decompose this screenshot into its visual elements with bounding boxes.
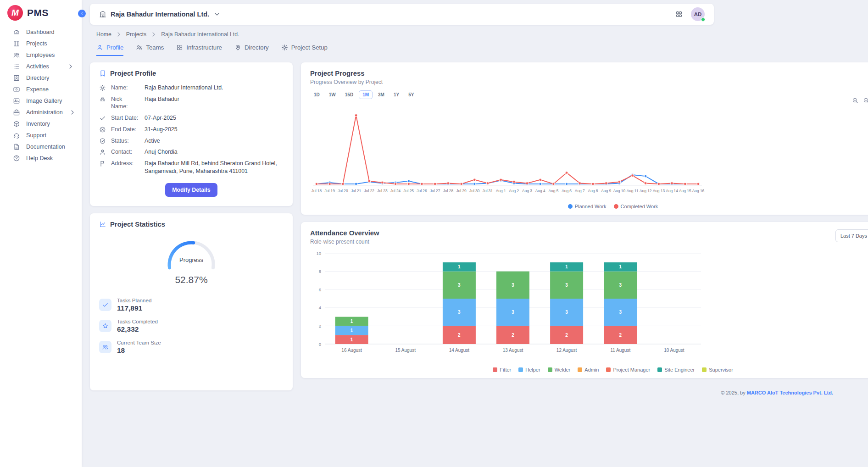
zoom-in-icon[interactable] xyxy=(852,97,859,104)
footer-text: © 2025, by xyxy=(721,390,746,395)
svg-text:0: 0 xyxy=(319,342,321,347)
breadcrumb-item-home[interactable]: Home xyxy=(96,31,111,38)
user-avatar[interactable]: AD xyxy=(691,7,705,21)
svg-text:3: 3 xyxy=(565,310,568,315)
sidebar-nav: DashboardProjectsEmployeesActivitiesDire… xyxy=(0,26,82,164)
svg-text:Jul 18: Jul 18 xyxy=(312,189,322,193)
sidebar-item-activities[interactable]: Activities xyxy=(0,61,82,72)
svg-text:10 August: 10 August xyxy=(664,348,684,353)
project-profile-card: Project Profile Name:Raja Bahadur Intern… xyxy=(90,62,293,206)
range-1w[interactable]: 1W xyxy=(325,90,339,99)
breadcrumb-item-raja-bahadur-international-ltd: Raja Bahadur International Ltd. xyxy=(161,31,239,38)
footer-link[interactable]: MARCO AIoT Technologies Pvt. Ltd. xyxy=(747,390,833,395)
tab-profile[interactable]: Profile xyxy=(96,44,123,56)
sidebar-item-label: Inventory xyxy=(26,121,50,127)
tab-directory[interactable]: Directory xyxy=(234,44,269,56)
svg-text:Aug 14: Aug 14 xyxy=(666,189,678,193)
person-icon xyxy=(99,149,106,156)
tab-label: Teams xyxy=(146,44,164,51)
legend-supervisor[interactable]: Supervisor xyxy=(702,367,733,372)
tab-project-setup[interactable]: Project Setup xyxy=(281,44,328,56)
logo-text: PMS xyxy=(27,7,49,18)
svg-text:15 August: 15 August xyxy=(395,348,416,353)
activities-icon xyxy=(13,63,20,70)
range-1d[interactable]: 1D xyxy=(310,90,323,99)
legend-marker xyxy=(518,367,523,372)
legend-fitter[interactable]: Fitter xyxy=(493,367,511,372)
field-label: End Date: xyxy=(111,126,139,133)
sidebar-item-projects[interactable]: Projects xyxy=(0,38,82,49)
legend-label: Fitter xyxy=(500,367,511,372)
stat-label: Current Team Size xyxy=(117,339,161,345)
gauge-value: 52.87% xyxy=(175,274,207,285)
legend-welder[interactable]: Welder xyxy=(548,367,571,372)
sidebar-item-dashboard[interactable]: Dashboard xyxy=(0,26,82,38)
sidebar-item-directory[interactable]: Directory xyxy=(0,72,82,83)
legend-planned-work[interactable]: Planned Work xyxy=(568,204,606,209)
progress-gauge: Progress 52.87% xyxy=(99,235,284,285)
statistics-card-title: Project Statistics xyxy=(110,221,165,228)
sidebar-item-image-gallery[interactable]: Image Gallery xyxy=(0,95,82,106)
breadcrumb: HomeProjectsRaja Bahadur International L… xyxy=(90,25,714,42)
sidebar-item-support[interactable]: Support xyxy=(0,129,82,141)
svg-text:Aug 9: Aug 9 xyxy=(601,189,611,193)
profile-field-contact: Contact:Anuj Chordia xyxy=(99,148,284,156)
breadcrumb-item-projects[interactable]: Projects xyxy=(126,31,146,38)
company-name: Raja Bahadur International Ltd. xyxy=(111,11,209,18)
project-statistics-card: Project Statistics Progress 52.87% Tasks… xyxy=(90,213,293,390)
help-desk-icon xyxy=(13,155,20,162)
infrastructure-icon xyxy=(176,44,183,51)
svg-text:2: 2 xyxy=(565,333,568,338)
pin-icon xyxy=(234,44,241,51)
stat-tasks-planned: Tasks Planned117,891 xyxy=(99,297,284,312)
sidebar-item-help-desk[interactable]: Help Desk xyxy=(0,152,82,164)
range-3m[interactable]: 3M xyxy=(374,90,388,99)
stat-icon-box xyxy=(99,320,111,332)
svg-text:8: 8 xyxy=(319,269,321,274)
legend-admin[interactable]: Admin xyxy=(578,367,599,372)
sidebar-item-employees[interactable]: Employees xyxy=(0,49,82,61)
range-1m[interactable]: 1M xyxy=(359,90,373,99)
tab-teams[interactable]: Teams xyxy=(136,44,164,56)
svg-text:Jul 24: Jul 24 xyxy=(390,189,401,193)
sidebar-item-label: Employees xyxy=(26,52,55,58)
app-logo[interactable]: M PMS xyxy=(0,0,82,26)
sidebar-collapse-button[interactable] xyxy=(78,10,86,17)
chevron-right-icon xyxy=(115,31,122,38)
svg-text:16 August: 16 August xyxy=(341,348,362,353)
project-progress-chart[interactable]: Jul 18Jul 19Jul 20Jul 21Jul 22Jul 23Jul … xyxy=(310,103,868,202)
svg-text:3: 3 xyxy=(458,310,461,315)
x-circle-icon xyxy=(99,126,106,133)
apps-grid-icon[interactable] xyxy=(675,11,683,18)
range-5y[interactable]: 5Y xyxy=(405,90,417,99)
svg-text:Aug 16: Aug 16 xyxy=(692,189,705,193)
range-1y[interactable]: 1Y xyxy=(390,90,403,99)
legend-completed-work[interactable]: Completed Work xyxy=(614,204,658,209)
attendance-chart[interactable]: 024681011116 August15 August233114 Augus… xyxy=(310,249,868,365)
stat-label: Tasks Completed xyxy=(117,318,158,324)
svg-text:3: 3 xyxy=(458,283,461,288)
date-range-select[interactable]: Last 7 Days xyxy=(835,229,868,242)
project-progress-card: Project Progress Progress Overview by Pr… xyxy=(301,62,868,215)
legend-project-manager[interactable]: Project Manager xyxy=(606,367,650,372)
modify-details-button[interactable]: Modify Details xyxy=(165,183,217,197)
profile-card-title: Project Profile xyxy=(110,70,156,77)
sidebar-item-label: Directory xyxy=(26,75,49,81)
field-value: Raja Bahadur Mill Rd, behind Sheraton Gr… xyxy=(145,160,284,175)
range-15d[interactable]: 15D xyxy=(341,90,357,99)
legend-site-engineer[interactable]: Site Engineer xyxy=(657,367,695,372)
legend-label: Completed Work xyxy=(621,204,658,209)
profile-field-name: Name:Raja Bahadur International Ltd. xyxy=(99,84,284,92)
svg-text:1: 1 xyxy=(458,264,461,269)
sidebar-item-documentation[interactable]: Documentation xyxy=(0,141,82,152)
zoom-out-icon[interactable] xyxy=(863,97,868,104)
svg-text:3: 3 xyxy=(619,283,622,288)
sidebar-item-expense[interactable]: Expense xyxy=(0,83,82,95)
legend-helper[interactable]: Helper xyxy=(518,367,540,372)
sidebar-item-administration[interactable]: Administration xyxy=(0,106,82,118)
attendance-chart-legend: FitterHelperWelderAdminProject ManagerSi… xyxy=(310,367,868,372)
tab-infrastructure[interactable]: Infrastructure xyxy=(176,44,222,56)
sidebar-item-inventory[interactable]: Inventory xyxy=(0,118,82,129)
company-selector[interactable]: Raja Bahadur International Ltd. xyxy=(99,11,221,18)
legend-marker xyxy=(657,367,662,372)
